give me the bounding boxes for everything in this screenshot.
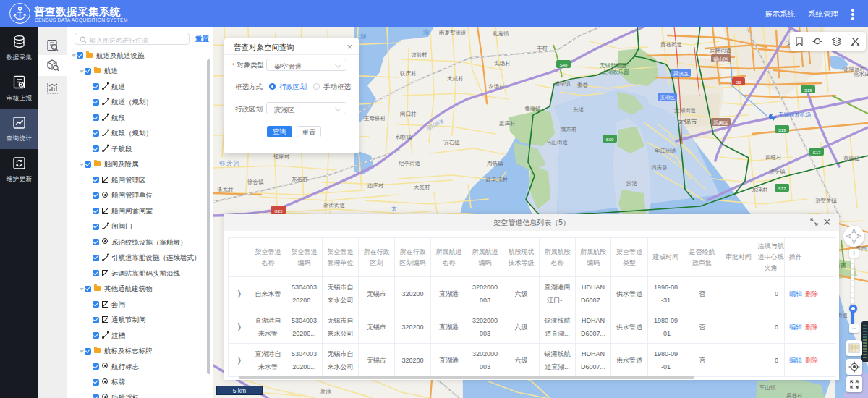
- svg-text:东岳村: 东岳村: [292, 176, 308, 182]
- svg-text:新吴区: 新吴区: [713, 119, 728, 125]
- svg-text:S48: S48: [560, 63, 568, 67]
- svg-text:燕水庄: 燕水庄: [854, 71, 868, 77]
- svg-text:S17: S17: [813, 151, 821, 155]
- svg-text:黄巷街道: 黄巷街道: [660, 41, 683, 48]
- svg-text:边庄村: 边庄村: [367, 182, 384, 189]
- svg-text:潘东村: 潘东村: [217, 187, 234, 193]
- svg-text:礼嘉镇: 礼嘉镇: [493, 30, 509, 37]
- svg-text:大成村: 大成村: [447, 75, 464, 82]
- svg-text:邻 芳 河: 邻 芳 河: [219, 160, 239, 166]
- svg-text:头渚: 头渚: [573, 106, 584, 113]
- svg-text:S69: S69: [606, 137, 614, 142]
- svg-text:夏庄村: 夏庄村: [499, 120, 516, 127]
- svg-text:钮家村: 钮家村: [273, 153, 290, 160]
- svg-text:丰村: 丰村: [537, 45, 548, 51]
- svg-text:湖: 湖: [423, 29, 429, 35]
- svg-text:S19: S19: [804, 88, 812, 93]
- svg-text:云林街道: 云林街道: [710, 47, 732, 54]
- svg-text:四房群: 四房群: [651, 164, 668, 171]
- svg-text:无锡硕放机场: 无锡硕放机场: [778, 111, 811, 118]
- svg-text:无锡动物园·: 无锡动物园·: [600, 62, 629, 69]
- svg-text:大胜村: 大胜村: [414, 184, 430, 190]
- svg-text:无锡市: 无锡市: [678, 118, 697, 125]
- svg-text:东泾村: 东泾村: [752, 187, 768, 193]
- svg-text:黄家镇: 黄家镇: [843, 156, 860, 162]
- svg-text:华庄街道: 华庄街道: [654, 148, 677, 154]
- svg-text:雪堰镇: 雪堰镇: [524, 106, 541, 112]
- svg-text:坊前村: 坊前村: [410, 51, 427, 58]
- svg-text:和桥镇: 和桥镇: [396, 134, 412, 140]
- svg-text:王母桥村: 王母桥村: [364, 115, 386, 122]
- svg-text:车山镇: 车山镇: [760, 384, 776, 391]
- svg-text:南夏墅街道: 南夏墅街道: [438, 30, 467, 36]
- svg-text:S17: S17: [778, 187, 786, 191]
- svg-text:农场村: 农场村: [488, 83, 505, 90]
- svg-text:闸口村: 闸口村: [400, 111, 417, 117]
- svg-text:锡山区: 锡山区: [712, 56, 728, 62]
- svg-text:沙渚: 沙渚: [626, 180, 638, 187]
- svg-text:滨湖区: 滨湖区: [660, 94, 675, 101]
- svg-text:G2: G2: [736, 80, 742, 85]
- svg-text:湖: 湖: [360, 33, 366, 40]
- svg-text:望亭镇: 望亭镇: [769, 168, 786, 174]
- svg-text:S19: S19: [778, 128, 786, 132]
- svg-text:新渎: 新渎: [320, 388, 332, 394]
- svg-text:G25: G25: [274, 209, 283, 213]
- svg-text:纪亭街道: 纪亭街道: [399, 160, 421, 166]
- svg-text:太湖街道: 太湖街道: [674, 107, 697, 114]
- svg-text:太: 太: [391, 206, 397, 212]
- svg-text:欧毛渎村: 欧毛渎村: [486, 177, 509, 183]
- svg-text:周铁镇: 周铁镇: [487, 160, 503, 166]
- svg-text:戈场村: 戈场村: [494, 60, 511, 67]
- svg-text:马山街道: 马山街道: [546, 139, 569, 145]
- svg-text:联庆村: 联庆村: [399, 70, 417, 77]
- svg-text:雪东村: 雪东村: [561, 126, 577, 132]
- svg-text:徐舍镇: 徐舍镇: [247, 179, 264, 185]
- svg-text:万石镇: 万石镇: [443, 140, 460, 146]
- svg-text:胡埭镇: 胡埭镇: [554, 80, 571, 87]
- svg-text:新街街道: 新街街道: [323, 202, 346, 208]
- svg-text:浒墅关镇: 浒墅关镇: [815, 198, 838, 204]
- svg-text:秦巷: 秦巷: [577, 82, 589, 88]
- svg-text:梁溪区: 梁溪区: [673, 70, 689, 77]
- svg-text:吴巷村: 吴巷村: [786, 392, 803, 398]
- svg-text:四旺村: 四旺村: [765, 154, 782, 161]
- svg-text:太湖欢乐园: 太湖欢乐园: [602, 69, 629, 75]
